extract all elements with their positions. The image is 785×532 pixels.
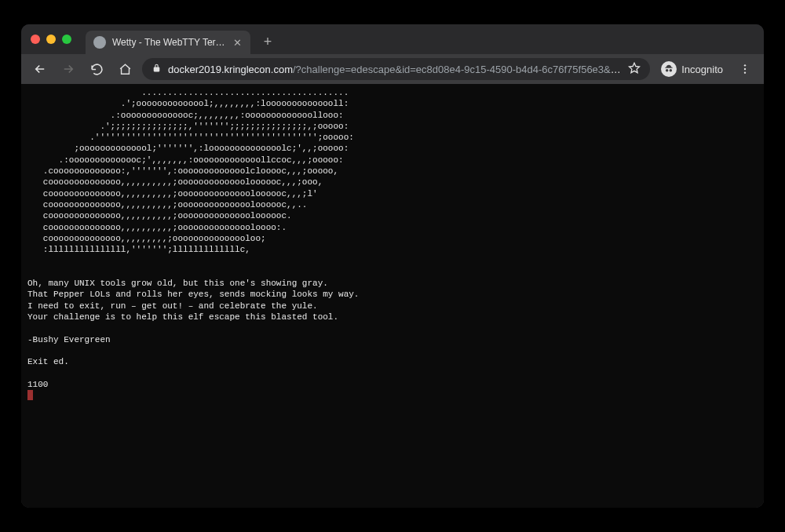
svg-point-1 [744,68,746,70]
incognito-badge[interactable]: Incognito [656,61,728,77]
challenge-instruction: Exit ed. [27,357,69,366]
menu-button[interactable] [734,58,756,80]
terminal-output: 1100 [27,380,48,389]
tab-favicon [93,36,106,49]
url-text: docker2019.kringlecon.com/?challenge=ede… [168,64,622,75]
close-window-button[interactable] [31,35,40,44]
address-bar[interactable]: docker2019.kringlecon.com/?challenge=ede… [142,58,650,80]
forward-button[interactable] [57,58,79,80]
toolbar: docker2019.kringlecon.com/?challenge=ede… [21,54,764,84]
window-controls [31,35,71,44]
poem-signature: -Bushy Evergreen [27,335,111,344]
browser-window: Wetty - The WebTTY Terminal Em ✕ + docke… [21,24,764,508]
new-tab-button[interactable]: + [257,31,279,53]
terminal-content: ........................................… [27,87,758,401]
incognito-icon [661,61,677,77]
reload-icon [90,63,104,76]
url-path: /?challenge=edescape&id=ec8d08e4-9c15-45… [293,64,622,75]
poem-line-2: That Pepper LOLs and rolls her eyes, sen… [27,290,359,299]
tab-title: Wetty - The WebTTY Terminal Em [112,37,225,48]
terminal-area[interactable]: ........................................… [21,84,764,508]
arrow-left-icon [33,62,47,76]
kebab-icon [739,63,751,75]
poem-line-4: Your challenge is to help this elf escap… [27,312,338,322]
home-button[interactable] [114,58,136,80]
poem-line-1: Oh, many UNIX tools grow old, but this o… [27,279,328,288]
home-icon [119,63,132,76]
close-tab-icon[interactable]: ✕ [232,37,243,48]
arrow-right-icon [61,62,75,76]
poem-line-3: I need to exit, run – get out! – and cel… [27,301,318,311]
back-button[interactable] [29,58,51,80]
lock-icon [152,63,162,75]
incognito-label: Incognito [681,64,723,75]
terminal-ascii-art: ........................................… [27,88,354,254]
minimize-window-button[interactable] [46,35,56,44]
bookmark-star-icon[interactable] [628,62,641,77]
svg-point-0 [744,64,746,66]
terminal-cursor [27,390,33,400]
maximize-window-button[interactable] [62,35,71,44]
title-bar: Wetty - The WebTTY Terminal Em ✕ + [21,24,764,54]
svg-point-2 [744,71,746,73]
browser-tab[interactable]: Wetty - The WebTTY Terminal Em ✕ [86,31,250,54]
reload-button[interactable] [86,58,108,80]
url-domain: docker2019.kringlecon.com [168,64,293,75]
tabs-row: Wetty - The WebTTY Terminal Em ✕ + [86,24,279,54]
